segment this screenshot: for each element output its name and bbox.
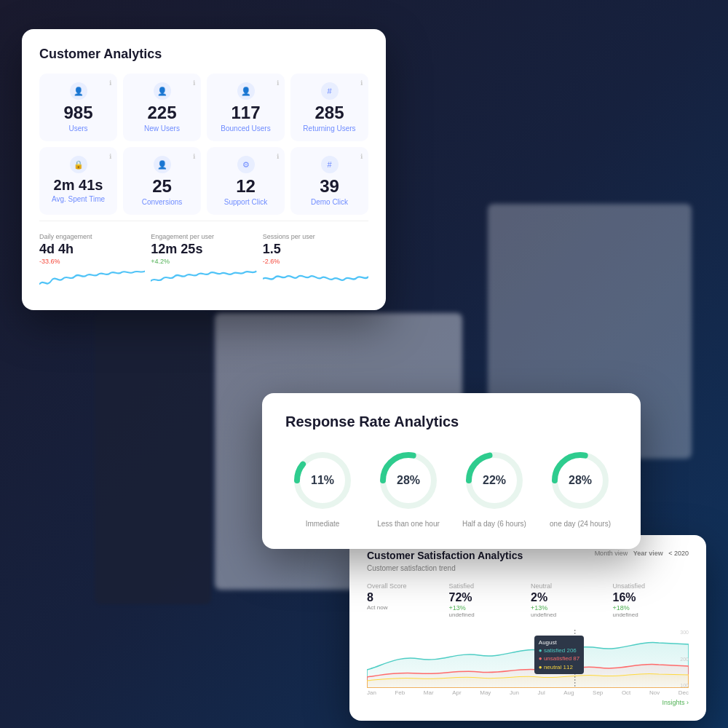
engagement-item: Daily engagement 4d 4h -33.6% (39, 230, 145, 293)
info-icon: ℹ (193, 153, 195, 160)
metric-cell: ℹ 🔒 2m 41s Avg. Spent Time (39, 147, 117, 215)
info-icon: ℹ (193, 79, 195, 87)
x-axis-label: Apr (452, 689, 461, 696)
x-axis-label: Aug (563, 689, 574, 696)
donut-container: 28% (376, 448, 441, 513)
engagement-change: -2.6% (263, 258, 368, 265)
metric-label: New Users (129, 124, 195, 132)
metric-label: Returning Users (296, 124, 363, 132)
metrics-row2: ℹ 🔒 2m 41s Avg. Spent Time ℹ 👤 25 Conver… (39, 147, 368, 215)
engagement-name: Engagement per user (151, 233, 256, 240)
metric-label: Bounced Users (213, 124, 279, 132)
satisfaction-subtitle: Customer satisfaction trend (367, 564, 689, 572)
metric-icon: 👤 (154, 156, 171, 173)
satisfaction-card: Customer Satisfaction Analytics Customer… (349, 535, 706, 721)
metric-icon: 👤 (154, 82, 171, 100)
x-axis-label: Feb (395, 689, 405, 696)
metric-cell: ℹ ⚙ 12 Support Click (207, 147, 285, 215)
metric-value: 985 (45, 104, 111, 122)
sat-metric-sub: undefined (613, 612, 689, 618)
response-rate-card: Response Rate Analytics 11% Immediate 28… (262, 393, 641, 549)
metric-cell: ℹ # 285 Returning Users (290, 74, 368, 141)
sat-metric-value: 2% (531, 591, 607, 604)
engagement-name: Daily engagement (39, 233, 145, 240)
engagement-change: +4.2% (151, 258, 256, 265)
donut-label: 28% (569, 474, 592, 487)
sat-metric-value: 16% (613, 591, 689, 604)
metrics-row1: ℹ 👤 985 Users ℹ 👤 225 New Users ℹ 👤 117 … (39, 74, 368, 141)
sat-metric-change: +18% (613, 604, 689, 612)
metric-cell: ℹ # 39 Demo Click (290, 147, 368, 215)
year-toggle[interactable]: Month view Year view < 2020 (595, 550, 689, 557)
metric-value: 225 (129, 104, 195, 122)
insights-link[interactable]: Insights › (367, 699, 689, 706)
sat-metric: Neutral 2% +13% undefined (531, 579, 607, 621)
x-axis: JanFebMarAprMayJunJulAugSepOctNovDec (367, 689, 689, 696)
donut-container: 28% (547, 448, 613, 513)
metric-icon: ⚙ (237, 156, 255, 173)
donut-label: 11% (311, 474, 334, 487)
donut-container: 11% (290, 448, 355, 513)
engagement-name: Sessions per user (263, 233, 368, 240)
sat-metric-value: 72% (449, 591, 526, 604)
donut-container: 22% (462, 448, 527, 513)
donut-item: 28% Less than one hour (371, 448, 446, 529)
chart-tooltip: August ● satisfied 206 ● unsatisfied 87 … (534, 636, 584, 674)
sat-metric-label: Unsatisfied (613, 582, 689, 590)
metric-label: Avg. Spent Time (45, 195, 111, 203)
sat-metric-sub: Act now (367, 604, 443, 611)
satisfaction-chart: 300 200 100 (367, 630, 689, 688)
sparkline (263, 268, 368, 290)
engagement-section: Daily engagement 4d 4h -33.6% Engagement… (39, 221, 368, 293)
info-icon: ℹ (109, 153, 111, 160)
response-rate-title: Response Rate Analytics (285, 414, 617, 430)
x-axis-label: Nov (649, 689, 660, 696)
x-axis-label: Sep (593, 689, 603, 696)
donut-item: 28% one day (24 hours) (543, 448, 617, 529)
x-axis-label: May (480, 689, 491, 696)
sat-metric: Overall Score 8 Act now (367, 579, 443, 621)
metric-icon: 👤 (70, 82, 87, 100)
metric-cell: ℹ 👤 25 Conversions (123, 147, 201, 215)
donut-name: one day (24 hours) (543, 519, 617, 529)
customer-analytics-title: Customer Analytics (39, 47, 368, 62)
metric-value: 285 (296, 104, 363, 122)
metric-icon: # (321, 156, 339, 173)
metric-cell: ℹ 👤 117 Bounced Users (207, 74, 285, 141)
donut-grid: 11% Immediate 28% Less than one hour 22%… (285, 448, 617, 529)
metric-value: 25 (129, 178, 195, 195)
donut-item: 11% Immediate (285, 448, 360, 529)
donut-item: 22% Half a day (6 hours) (457, 448, 531, 529)
donut-name: Immediate (285, 519, 360, 529)
sat-metric-label: Neutral (531, 582, 607, 590)
metric-icon: # (321, 82, 339, 100)
engagement-item: Engagement per user 12m 25s +4.2% (151, 230, 256, 293)
metric-label: Support Click (213, 198, 279, 206)
engagement-item: Sessions per user 1.5 -2.6% (263, 230, 368, 293)
satisfaction-metrics: Overall Score 8 Act now Satisfied 72% +1… (367, 579, 689, 621)
x-axis-label: Mar (424, 689, 434, 696)
donut-label: 22% (483, 474, 506, 487)
metric-label: Conversions (129, 198, 195, 206)
metric-cell: ℹ 👤 225 New Users (123, 74, 201, 141)
x-axis-label: Dec (678, 689, 689, 696)
x-axis-label: Jun (510, 689, 519, 696)
x-axis-label: Oct (622, 689, 630, 696)
sparkline (39, 268, 145, 290)
sat-metric: Unsatisfied 16% +18% undefined (613, 579, 689, 621)
metric-icon: 👤 (237, 82, 255, 100)
metric-value: 2m 41s (45, 178, 111, 192)
info-icon: ℹ (360, 79, 363, 87)
engagement-change: -33.6% (39, 258, 145, 265)
metric-value: 12 (213, 178, 279, 195)
sat-metric-label: Satisfied (449, 582, 526, 590)
sat-metric-sub: undefined (531, 612, 607, 618)
metric-icon: 🔒 (70, 156, 87, 173)
x-axis-label: Jan (367, 689, 376, 696)
customer-analytics-card: Customer Analytics ℹ 👤 985 Users ℹ 👤 225… (22, 29, 386, 310)
info-icon: ℹ (109, 79, 111, 87)
satisfaction-chart-svg (367, 630, 689, 688)
info-icon: ℹ (277, 153, 279, 160)
x-axis-label: Jul (537, 689, 545, 696)
y-axis-labels: 300 200 100 (680, 630, 689, 688)
